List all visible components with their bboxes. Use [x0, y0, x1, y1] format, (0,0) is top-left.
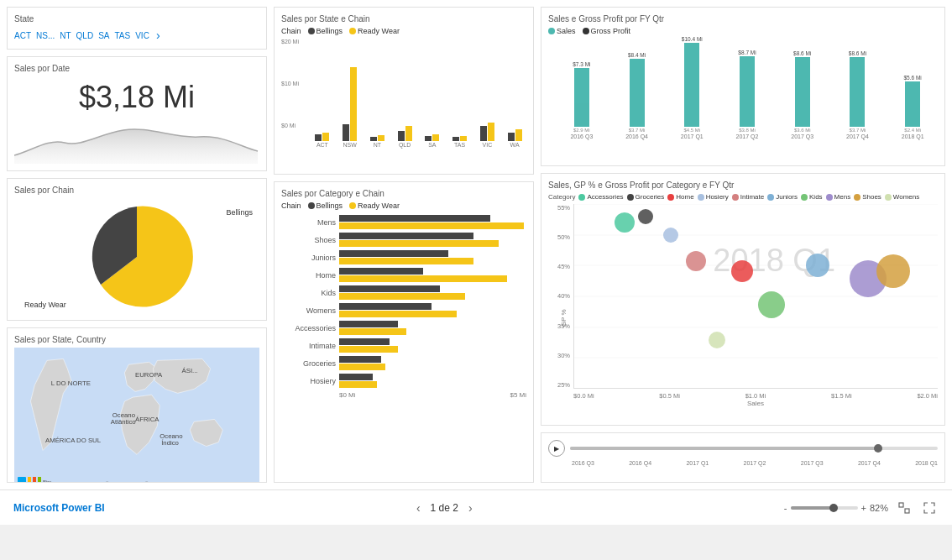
- y-25: 25%: [548, 381, 570, 389]
- bar-sales-2017q1: [684, 43, 699, 127]
- map-label-asia: ÁSI...: [182, 367, 198, 374]
- state-tab-tas[interactable]: TAS: [114, 31, 130, 40]
- bar-sales-2016q4: [630, 59, 645, 127]
- y-50: 50%: [548, 233, 570, 241]
- legend-womens: Womens: [885, 193, 919, 201]
- gp-val-2018q1: $2.4 Mi: [904, 128, 921, 133]
- zoom-minus[interactable]: -: [784, 503, 787, 513]
- scatter-title: Sales, GP % e Gross Profit por Category …: [548, 181, 938, 190]
- state-tab-sa[interactable]: SA: [98, 31, 109, 40]
- x-05mi: $0.5 Mi: [659, 392, 680, 400]
- scatter-x-labels: $0.0 Mi $0.5 Mi $1.0 Mi $1.5 Mi $2.0 Mi: [573, 392, 938, 400]
- bar-gp-2016q3-overlay: [574, 103, 589, 127]
- bar-sales-2017q3: [795, 57, 810, 127]
- play-button[interactable]: ▶: [548, 440, 565, 457]
- map-label-norte: L DO NORTE: [51, 379, 91, 387]
- map-svg: L DO NORTE EUROPA ÁSI... Oceano Atlântic…: [14, 348, 259, 483]
- cat-row-accessories: Accessories: [281, 321, 526, 335]
- tl-label-1: 2016 Q4: [629, 460, 651, 466]
- gp-group-2018q1: $5.6 Mi $2.4 Mi 2018 Q1: [887, 75, 938, 139]
- timeline-labels: 2016 Q3 2016 Q4 2017 Q1 2017 Q2 2017 Q3 …: [548, 460, 938, 466]
- x-label-2017q3: 2017 Q3: [791, 133, 813, 139]
- legend-intimate: Intimate: [732, 193, 764, 201]
- svg-rect-2: [33, 477, 36, 483]
- cat-label-intimate: Intimate: [281, 342, 336, 350]
- timeline-track[interactable]: [570, 447, 938, 450]
- sales-date-value: $3,18 Mi: [14, 80, 259, 115]
- readywear-label-text: Ready Wear: [24, 301, 66, 309]
- gp-legend-sales: Sales: [548, 27, 576, 35]
- zoom-slider[interactable]: [791, 506, 858, 510]
- cat-label-kids: Kids: [281, 289, 336, 297]
- brand-link[interactable]: Microsoft Power BI: [13, 502, 105, 514]
- zoom-thumb[interactable]: [829, 504, 838, 512]
- sales-val-2016q3: $7.3 Mi: [573, 61, 590, 67]
- page-info: 1 de 2: [431, 502, 458, 514]
- state-tab-ns[interactable]: NS...: [36, 31, 55, 40]
- fullscreen-button[interactable]: [920, 499, 939, 517]
- legend-juniors: Juniors: [767, 193, 798, 201]
- gp-chart-card: Sales e Gross Profit por FY Qtr Sales Gr…: [541, 7, 945, 166]
- tl-label-5: 2017 Q4: [858, 460, 881, 466]
- prev-page-button[interactable]: ‹: [416, 501, 421, 515]
- legend-readywear: Ready Wear: [349, 27, 400, 35]
- cat-bars-shoes: [339, 233, 499, 247]
- state-chain-card: Sales por State e Chain Chain Bellings R…: [274, 7, 534, 175]
- pie-container: Bellings Ready Wear: [14, 198, 259, 316]
- bar-sales-2017q2: [740, 56, 755, 127]
- cat-row-groceries: Groceries: [281, 356, 526, 370]
- bar-act-bellings: [315, 134, 322, 141]
- juniors-readywear-bar: [339, 258, 473, 264]
- accessories-readywear-bar: [339, 328, 406, 335]
- y-axis-title: GP %: [560, 310, 568, 327]
- bar-nsw-readywear: [350, 67, 357, 141]
- sales-val-2016q4: $8.4 Mi: [628, 52, 646, 58]
- gp-chart-title: Sales e Gross Profit por FY Qtr: [548, 14, 938, 24]
- kids-bellings-bar: [339, 285, 440, 292]
- legend-shoes: Shoes: [854, 193, 881, 201]
- sales-chain-title: Sales por Chain: [14, 186, 259, 195]
- mens-bellings-bar: [339, 215, 490, 222]
- next-page-button[interactable]: ›: [468, 501, 473, 515]
- womens-readywear-bar: [339, 311, 457, 317]
- timeline-fill: [570, 447, 882, 450]
- zoom-control: - + 82%: [784, 503, 888, 513]
- state-chain-legend: Chain Bellings Ready Wear: [281, 27, 526, 35]
- state-tab-act[interactable]: ACT: [14, 31, 31, 40]
- bar-group-nsw: NSW: [338, 57, 362, 148]
- state-tab-vic[interactable]: VIC: [135, 31, 149, 40]
- state-tab-qld[interactable]: QLD: [76, 31, 94, 40]
- bar-group-tas: TAS: [448, 57, 472, 148]
- svg-rect-3: [38, 477, 41, 483]
- zoom-plus[interactable]: +: [861, 503, 866, 513]
- bar-qld-bellings: [398, 131, 405, 141]
- map-label-indico2: Índico: [161, 439, 179, 447]
- zoom-value: 82%: [870, 503, 888, 513]
- x-axis-title: Sales: [573, 400, 938, 407]
- map-bg: L DO NORTE EUROPA ÁSI... Oceano Atlântic…: [14, 348, 259, 483]
- svg-rect-1: [28, 477, 31, 483]
- gp-group-2016q3: $7.3 Mi $2.9 Mi 2016 Q3: [557, 61, 607, 139]
- cat-label-groceries: Groceries: [281, 359, 336, 368]
- gp-group-2016q4: $8.4 Mi $3.7 Mi 2016 Q4: [612, 52, 662, 139]
- tl-label-4: 2017 Q3: [801, 460, 824, 466]
- svg-rect-0: [18, 477, 26, 483]
- cat-label-juniors: Juniors: [281, 254, 336, 262]
- map-label-sul: AMÉRICA DO SUL: [45, 437, 102, 444]
- australia-land: [190, 419, 222, 446]
- gp-val-2016q4: $3.7 Mi: [629, 128, 646, 133]
- bar-qld-readywear: [405, 126, 412, 141]
- cat-bars-kids: [339, 285, 465, 300]
- x-2mi: $2.0 Mi: [917, 392, 938, 400]
- gp-val-2017q3: $3.6 Mi: [794, 128, 811, 133]
- tl-label-6: 2018 Q1: [915, 460, 938, 466]
- readywear-dot: [349, 28, 356, 34]
- fit-page-button[interactable]: [895, 499, 913, 517]
- timeline-thumb[interactable]: [874, 444, 882, 453]
- cat-bellings-dot: [308, 202, 315, 209]
- category-chain-title: Sales por Category e Chain: [281, 189, 526, 198]
- state-tabs-next-arrow[interactable]: ›: [156, 29, 160, 42]
- bar-group-vic: VIC: [476, 57, 500, 148]
- cat-label-shoes: Shoes: [281, 236, 336, 244]
- state-tab-nt[interactable]: NT: [60, 31, 71, 40]
